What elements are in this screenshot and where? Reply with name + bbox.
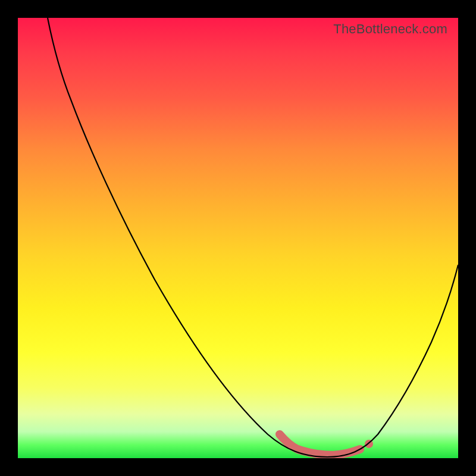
chart-svg	[18, 18, 458, 458]
chart-frame: TheBottleneck.com	[0, 0, 476, 476]
watermark-text: TheBottleneck.com	[333, 21, 447, 37]
highlight-segment	[280, 434, 360, 455]
highlight-dot	[365, 440, 373, 448]
plot-area: TheBottleneck.com	[18, 18, 458, 458]
bottleneck-curve	[48, 18, 458, 457]
